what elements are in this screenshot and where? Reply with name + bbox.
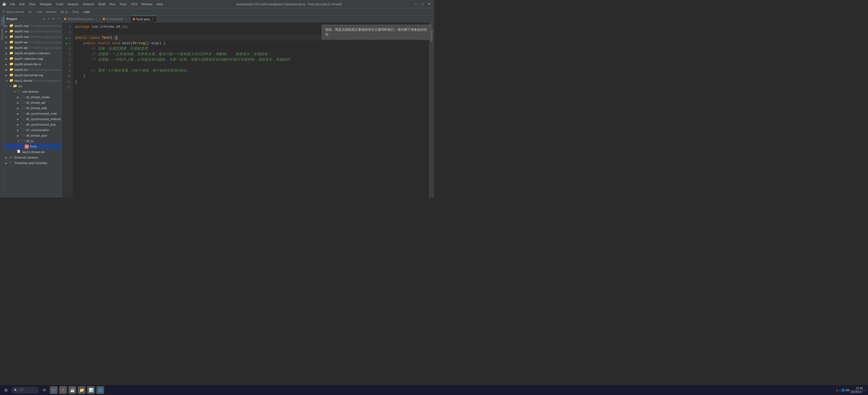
tree-item-day05-api[interactable]: ▶ 📁 day05-api D:\code\huangpuipro1\javas… [4,45,62,51]
tree-item-d2[interactable]: ▶ ⬛ d2_thread_api [4,100,62,105]
code-editor[interactable]: 1 2 ▶ 3 ▶ 4 5 6 7 8 9 10 11 12 [62,23,434,198]
keyword: package [75,24,90,30]
project-tree: ▶ 📁 day01-oop D:\code\huangpuipro1\javas… [4,23,62,198]
code-text-area[interactable]: package com.itheima.d9_tz; public class … [73,23,429,198]
tree-item-day06[interactable]: ▶ 📁 day06-exception-collection [4,51,62,56]
gutter-line-12: 12 [62,84,73,90]
menu-item-edit[interactable]: Edit [18,2,27,6]
tree-item-day11[interactable]: ▼ 📁 day11-thread D:\code\huangpuipro1\ja… [4,78,62,83]
expand-icon[interactable]: ↗ [57,17,61,21]
expand-arrow: ▶ [5,74,9,77]
menu-item-tools[interactable]: Tools [118,2,128,6]
right-sidebar: ✓ Database [429,23,434,198]
libraries-icon: 🗂 [9,155,14,160]
menu-item-view[interactable]: View [27,2,37,6]
minimize-button[interactable]: ─ [413,1,418,7]
gutter-line-6: 6 [62,52,73,57]
java-dot [103,18,105,20]
menu-item-file[interactable]: File [8,2,17,6]
expand-arrow: ▶ [5,162,9,165]
editor-area: ThreadDemo1.java ✕ Account.java ✕ Test1.… [62,16,434,198]
tree-item-ext-libs[interactable]: ▶ 🗂 External Libraries [4,155,62,160]
locate-icon[interactable]: ◎ [42,17,46,21]
tab-account[interactable]: Account.java ✕ [100,16,131,22]
run-gutter-icon[interactable]: ▶ [66,36,68,39]
menu-item-refactor[interactable]: Refactor [81,2,96,6]
breadcrumb-item-test1[interactable]: Test1 [72,10,79,13]
gutter-line-5: 5 [62,46,73,52]
java-file-icon: J [25,145,29,149]
menu-item-build[interactable]: Build [97,2,107,6]
tree-item-day03-oop[interactable]: ▶ 📁 day03-oop D:\code\huangpuipro1\javas… [4,34,62,39]
menu-item-navigate[interactable]: Navigate [38,2,54,6]
tree-item-test1[interactable]: ▶ J Test1 [4,144,62,149]
tab-test1[interactable]: Test1.java ✕ [131,16,157,22]
tree-item-day07[interactable]: ▶ 📁 day07-collection-map [4,56,62,61]
tree-item-com-itheima[interactable]: ▼ ⬛ com.itheima [4,89,62,94]
tab-threaddemo1[interactable]: ThreadDemo1.java ✕ [62,16,100,22]
expand-arrow: ▶ [17,107,21,110]
tree-item-d8[interactable]: ▶ ⬛ d8_thread_pool [4,133,62,138]
tab-close-button[interactable]: ✕ [124,17,128,21]
tree-item-label: day06-exception-collection [14,52,50,55]
breadcrumb-item-com[interactable]: com [36,10,42,13]
sidebar-item-structure[interactable]: Structure [0,27,4,42]
expand-arrow: ▶ [17,96,21,99]
menu-item-vcs[interactable]: VCS [129,2,139,6]
code-text: } [75,79,77,84]
menu-item-analyze[interactable]: Analyze [66,2,80,6]
tree-item-scratches[interactable]: ▶ ✏ Scratches and Consoles [4,160,62,166]
close-button[interactable]: ✕ [426,1,432,7]
tree-item-label: d5_synchronized_method [26,117,61,121]
editor-tab-bar: ThreadDemo1.java ✕ Account.java ✕ Test1.… [62,16,434,23]
gutter-line-9: 9 [62,68,73,74]
tree-item-d4[interactable]: ▶ ⬛ d4_synchronized_code [4,111,62,116]
gutter-line-10: 10 [62,74,73,79]
project-toolbar-icons: ◎ ≡ ⚙ ↗ [42,17,61,21]
tree-item-d3[interactable]: ▶ ⬛ d3_thread_safe [4,105,62,111]
package-icon: ⬛ [17,89,21,94]
menu-item-code[interactable]: Code [54,2,65,6]
collapse-all-icon[interactable]: ≡ [47,17,51,21]
tree-item-d9[interactable]: ▼ ⬛ d9_tz [4,138,62,144]
tree-item-d5[interactable]: ▶ ⬛ d5_synchronized_method [4,116,62,122]
breadcrumb-item-itheima[interactable]: itheima [46,10,56,13]
tree-item-iml[interactable]: ▶ 📄 day11-thread.iml [4,149,62,155]
tree-item-src[interactable]: ▼ 📂 src [4,83,62,89]
scratches-icon: ✏ [9,161,14,165]
tab-close-button[interactable]: ✕ [151,17,155,21]
tree-item-day10[interactable]: ▶ 📁 day10-special-file-log [4,73,62,78]
menu-item-window[interactable]: Window [140,2,154,6]
folder-icon: 📁 [9,29,14,33]
breadcrumb-item-day11-thread[interactable]: day11-thread [6,10,24,13]
keyword: public [75,35,87,40]
tree-item-day02-oop[interactable]: ▶ 📁 day02-oop D:\code\huangpuipro1\javas… [4,29,62,34]
iml-icon: 📄 [17,150,21,154]
expand-arrow: ▶ [17,123,21,126]
expand-arrow: ▶ [5,24,9,27]
tree-item-day01-oop[interactable]: ▶ 📁 day01-oop D:\code\huangpuipro1\javas… [4,23,62,29]
comment: // 悲观锁：一上来就加锁，没有安全感，每次只能一个线程进入访问完毕后，再解锁。… [75,52,271,57]
tree-item-day04-api[interactable]: ▶ 📁 day04-api D:\code\huangpuipro1\javas… [4,39,62,45]
breadcrumb-item-src[interactable]: src [28,10,32,13]
tree-item-day08[interactable]: ▶ 📁 day08-stream-file-io [4,61,62,67]
run-gutter-icon[interactable]: ▶ [66,42,68,45]
tree-item-day09[interactable]: ▶ 📁 day09-io2 D:\code\huangpuipro1\java [4,67,62,73]
menu-item-help[interactable]: Help [155,2,165,6]
settings-icon[interactable]: ⚙ [51,17,56,21]
tree-item-label: day04-api [14,40,28,44]
restore-button[interactable]: □ [420,1,425,7]
tree-item-d7[interactable]: ▶ ⬛ d7_comunication [4,127,62,133]
menu-item-run[interactable]: Run [108,2,117,6]
sidebar-item-project[interactable]: Project [0,16,4,27]
code-text [100,35,102,40]
breadcrumb-separator: › [69,10,70,13]
breadcrumb-item-d9_tz[interactable]: d9_tz [60,10,68,13]
tree-item-d1[interactable]: ▶ ⬛ d1_thread_create [4,94,62,100]
tree-item-d6[interactable]: ▶ ⬛ d6_synchronized_lock [4,122,62,127]
package-icon: ⬛ [21,133,25,138]
breadcrumb-item-main[interactable]: main [84,10,90,13]
tab-close-button[interactable]: ✕ [94,17,98,21]
cursor-indicator [117,36,117,40]
code-line-9: // 需求：1个静态变量，100个线程，每个线程对其加100次。 [75,68,427,74]
